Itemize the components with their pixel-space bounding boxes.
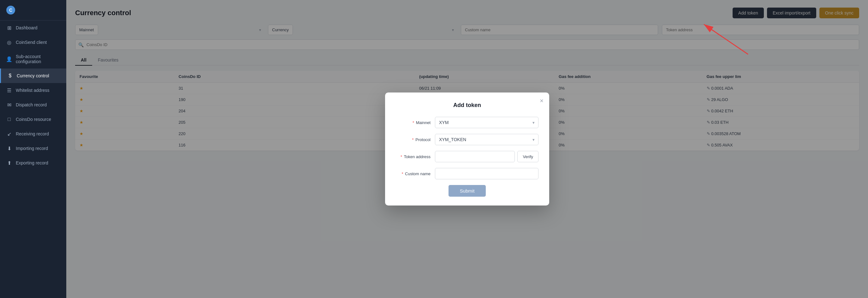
sub-account-icon: 👤 — [6, 56, 12, 62]
main-area: Currency control Add token Excel import/… — [66, 0, 868, 298]
dispatch-icon: ✉ — [6, 102, 12, 108]
sidebar-item-label: Currency control — [17, 73, 49, 78]
exporting-icon: ⬆ — [6, 160, 12, 166]
modal-protocol-select-wrap: XYM_TOKEN — [435, 134, 538, 145]
logo-icon: C — [6, 6, 15, 14]
mainnet-field-row: * Mainnet XYM — [396, 117, 538, 128]
coinsend-icon: ◎ — [6, 39, 12, 45]
modal-close-button[interactable]: × — [540, 97, 544, 104]
sidebar-item-label: Importing record — [16, 146, 48, 151]
sidebar-item-whitelist[interactable]: ☰ Whitelist address — [0, 83, 66, 97]
modal-overlay: Add token × * Mainnet XYM * Protocol — [66, 0, 868, 298]
sidebar-item-dashboard[interactable]: ⊞ Dashboard — [0, 21, 66, 35]
protocol-field-row: * Protocol XYM_TOKEN — [396, 134, 538, 145]
sidebar-item-importing[interactable]: ⬇ Importing record — [0, 141, 66, 156]
sidebar-item-receiving[interactable]: ↙ Receiving record — [0, 127, 66, 141]
submit-button[interactable]: Submit — [448, 185, 486, 197]
custom-name-label: * Custom name — [396, 171, 431, 176]
modal-mainnet-select[interactable]: XYM — [435, 117, 538, 128]
modal-mainnet-select-wrap: XYM — [435, 117, 538, 128]
sidebar-item-label: Dispatch record — [16, 102, 47, 107]
currency-icon: $ — [7, 73, 13, 79]
sidebar-item-label: CoinSend client — [16, 40, 47, 45]
resource-icon: □ — [6, 117, 12, 122]
sidebar-item-coinsend[interactable]: ◎ CoinSend client — [0, 35, 66, 50]
modal-token-address-input[interactable] — [435, 151, 515, 162]
sidebar-item-sub-account[interactable]: 👤 Sub-account configuration — [0, 50, 66, 68]
sidebar-item-label: Receiving record — [16, 131, 49, 137]
mainnet-label: * Mainnet — [396, 120, 431, 125]
sidebar-logo: C — [0, 0, 66, 21]
add-token-modal: Add token × * Mainnet XYM * Protocol — [385, 92, 549, 206]
sidebar-item-label: Dashboard — [16, 25, 37, 30]
token-address-field-row: * Token address Verify — [396, 151, 538, 162]
sidebar-item-label: CoinsDo resource — [16, 117, 51, 122]
custom-name-field-row: * Custom name — [396, 168, 538, 179]
sidebar-item-label: Exporting record — [16, 160, 48, 166]
token-address-label: * Token address — [396, 154, 431, 159]
dashboard-icon: ⊞ — [6, 25, 12, 31]
sidebar: C ⊞ Dashboard ◎ CoinSend client 👤 Sub-ac… — [0, 0, 66, 298]
receiving-icon: ↙ — [6, 131, 12, 137]
modal-footer: Submit — [396, 185, 538, 197]
sidebar-item-label: Whitelist address — [16, 88, 50, 93]
protocol-label: * Protocol — [396, 137, 431, 142]
modal-custom-name-input[interactable] — [435, 168, 538, 179]
importing-icon: ⬇ — [6, 146, 12, 151]
token-address-input-group: Verify — [435, 151, 538, 162]
whitelist-icon: ☰ — [6, 87, 12, 93]
sidebar-item-dispatch[interactable]: ✉ Dispatch record — [0, 97, 66, 112]
sidebar-item-resource[interactable]: □ CoinsDo resource — [0, 112, 66, 127]
sidebar-item-label: Sub-account configuration — [16, 54, 60, 64]
sidebar-item-exporting[interactable]: ⬆ Exporting record — [0, 156, 66, 170]
verify-button[interactable]: Verify — [517, 151, 538, 162]
modal-protocol-select[interactable]: XYM_TOKEN — [435, 134, 538, 145]
sidebar-item-currency-control[interactable]: $ Currency control — [0, 68, 66, 83]
modal-title: Add token — [396, 102, 538, 109]
